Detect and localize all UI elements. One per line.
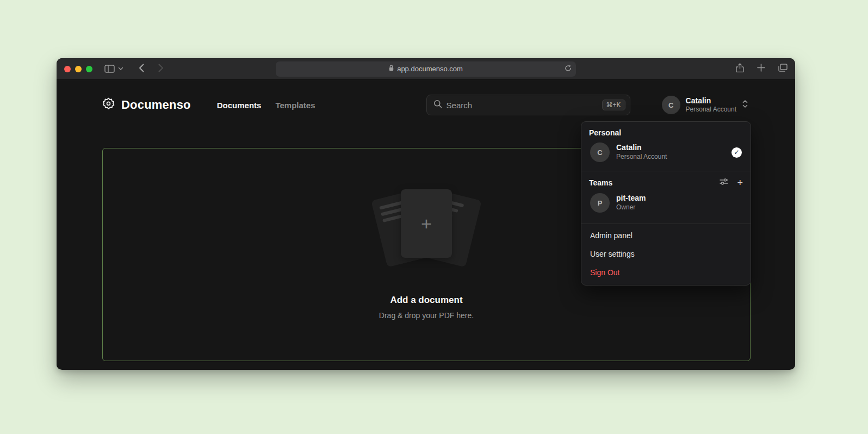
sidebar-chevron-icon[interactable] xyxy=(118,67,123,71)
team-role: Owner xyxy=(616,203,646,212)
plus-icon: + xyxy=(421,214,432,233)
team-name: pit-team xyxy=(616,194,646,203)
sidebar-toggle-icon[interactable] xyxy=(104,65,115,73)
account-menu-button[interactable]: C Catalin Personal Account xyxy=(662,96,748,114)
close-window-button[interactable] xyxy=(64,66,71,72)
teams-section-label: Teams xyxy=(589,178,612,187)
menu-item-admin-panel[interactable]: Admin panel xyxy=(581,226,751,245)
app-header: Documenso Documents Templates ⌘+K C Cata… xyxy=(57,80,795,117)
account-dropdown-menu: Personal C Catalin Personal Account ✓ Te… xyxy=(581,121,751,286)
menu-item-user-settings[interactable]: User settings xyxy=(581,245,751,263)
main-nav: Documents Templates xyxy=(217,101,315,110)
documenso-app: Documenso Documents Templates ⌘+K C Cata… xyxy=(57,80,795,369)
brand-name: Documenso xyxy=(121,98,191,112)
menu-item-sign-out[interactable]: Sign Out xyxy=(581,263,751,282)
divider xyxy=(581,171,751,171)
divider xyxy=(581,224,751,224)
team-row[interactable]: P pit-team Owner xyxy=(589,188,743,216)
search-icon xyxy=(433,100,442,110)
browser-window: app.documenso.com Documenso xyxy=(57,58,795,370)
avatar: C xyxy=(590,142,610,162)
browser-titlebar: app.documenso.com xyxy=(57,58,795,80)
search-shortcut-badge: ⌘+K xyxy=(602,100,625,110)
nav-documents[interactable]: Documents xyxy=(217,101,262,110)
team-avatar: P xyxy=(590,193,610,213)
selected-check-icon: ✓ xyxy=(731,147,742,158)
documenso-logo-icon xyxy=(101,97,116,114)
chevron-updown-icon xyxy=(742,99,748,111)
search-input[interactable] xyxy=(447,101,598,110)
personal-account-name: Catalin xyxy=(616,143,667,153)
brand[interactable]: Documenso xyxy=(101,97,191,114)
account-name: Catalin xyxy=(686,96,736,106)
create-team-icon[interactable]: + xyxy=(737,178,743,188)
personal-section-label: Personal xyxy=(589,128,743,137)
manage-teams-icon[interactable] xyxy=(720,178,728,188)
forward-button[interactable] xyxy=(158,64,164,75)
documents-illustration: + xyxy=(367,189,486,271)
dropzone-subtitle: Drag & drop your PDF here. xyxy=(379,311,474,320)
minimize-window-button[interactable] xyxy=(75,66,82,72)
traffic-lights xyxy=(64,66,92,72)
personal-account-row[interactable]: C Catalin Personal Account ✓ xyxy=(589,137,743,165)
search-bar[interactable]: ⌘+K xyxy=(426,95,630,115)
avatar: C xyxy=(662,96,680,114)
dropzone-title: Add a document xyxy=(390,295,462,306)
url-text: app.documenso.com xyxy=(397,65,463,73)
share-icon[interactable] xyxy=(736,63,744,75)
zoom-window-button[interactable] xyxy=(86,66,92,72)
personal-account-type: Personal Account xyxy=(616,153,667,162)
illustration-card-center: + xyxy=(401,189,452,258)
account-type: Personal Account xyxy=(686,106,736,114)
address-bar[interactable]: app.documenso.com xyxy=(276,61,576,77)
back-button[interactable] xyxy=(139,64,144,75)
new-tab-icon[interactable] xyxy=(757,64,765,74)
nav-templates[interactable]: Templates xyxy=(275,101,315,110)
reload-icon[interactable] xyxy=(565,64,572,73)
tab-overview-icon[interactable] xyxy=(778,64,788,74)
lock-icon xyxy=(389,65,394,73)
